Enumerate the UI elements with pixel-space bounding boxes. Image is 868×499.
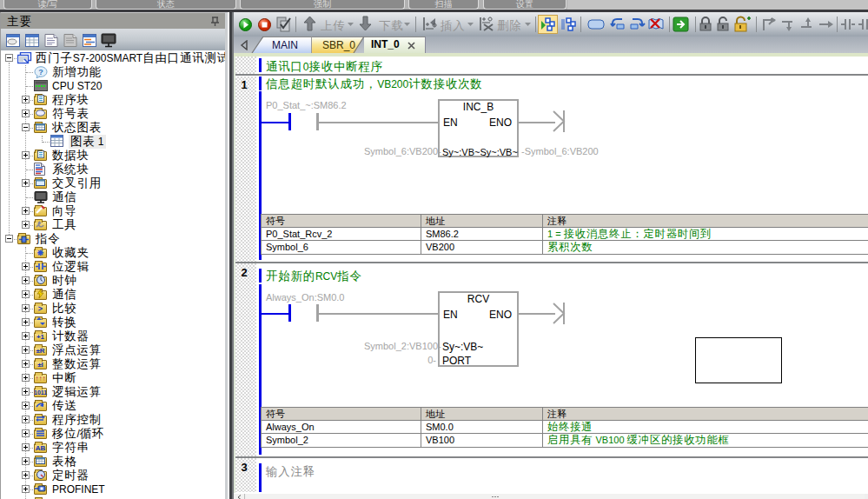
svg-text:?: ? [38,68,43,77]
